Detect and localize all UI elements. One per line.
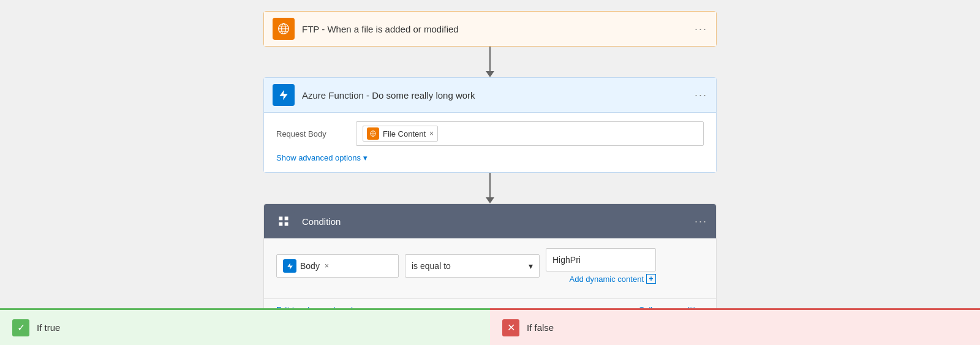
file-content-tag-icon [367, 127, 379, 140]
ftp-icon [273, 18, 295, 40]
condition-header: Condition ··· [264, 204, 716, 238]
checkmark-icon: ✓ [17, 322, 25, 333]
request-body-label: Request Body [276, 129, 356, 138]
azure-card-title: Azure Function - Do some really long wor… [302, 90, 695, 100]
ftp-more-button[interactable]: ··· [695, 23, 707, 36]
file-content-tag: File Content × [363, 126, 438, 142]
ftp-card: FTP - When a file is added or modified ·… [263, 11, 717, 47]
condition-value-wrapper: HighPri Add dynamic content + [546, 248, 656, 284]
if-false-panel: ✕ If false [490, 308, 980, 345]
body-tag-close[interactable]: × [325, 262, 329, 270]
show-advanced-chevron: ▾ [363, 153, 368, 162]
canvas: FTP - When a file is added or modified ·… [0, 0, 980, 345]
svg-rect-12 [285, 222, 288, 226]
condition-operator-select[interactable]: is equal to ▾ [405, 254, 540, 278]
body-tag-icon [283, 259, 296, 273]
condition-more-button[interactable]: ··· [695, 215, 707, 228]
file-content-tag-close[interactable]: × [429, 129, 434, 138]
condition-operator-label: is equal to [412, 261, 451, 271]
file-content-tag-label: File Content [383, 129, 426, 138]
request-body-row: Request Body File Content × [276, 121, 704, 146]
if-true-label: If true [37, 322, 60, 333]
azure-card-header: Azure Function - Do some really long wor… [264, 78, 716, 113]
svg-marker-5 [279, 90, 287, 100]
if-true-panel: ✓ If true [0, 308, 490, 345]
condition-icon [273, 210, 295, 232]
condition-body: Body × is equal to ▾ HighPri Add dynamic… [264, 238, 716, 299]
ftp-card-title: FTP - When a file is added or modified [302, 24, 695, 34]
azure-function-icon [273, 84, 295, 106]
ftp-card-header: FTP - When a file is added or modified ·… [264, 12, 716, 46]
condition-value-field[interactable]: HighPri [546, 248, 656, 271]
body-tag-label: Body [300, 261, 320, 271]
connector-line-2 [489, 173, 491, 197]
cross-icon: ✕ [507, 322, 515, 333]
condition-body-field[interactable]: Body × [276, 254, 399, 278]
if-false-icon: ✕ [502, 319, 519, 336]
if-false-label: If false [527, 322, 554, 333]
operator-chevron: ▾ [529, 261, 533, 271]
svg-rect-9 [279, 217, 283, 221]
show-advanced-label: Show advanced options [276, 153, 361, 162]
connector-line-1 [489, 47, 491, 71]
connector-1 [486, 47, 494, 77]
show-advanced-button[interactable]: Show advanced options ▾ [276, 153, 704, 162]
svg-rect-10 [285, 217, 288, 221]
azure-card: Azure Function - Do some really long wor… [263, 77, 717, 173]
connector-2 [486, 173, 494, 203]
add-dynamic-label: Add dynamic content [570, 275, 644, 284]
condition-card: Condition ··· Body × is equal to [263, 203, 717, 321]
bottom-panels: ✓ If true ✕ If false [0, 308, 980, 345]
condition-value-text: HighPri [552, 255, 581, 265]
svg-rect-11 [279, 222, 283, 226]
connector-arrow-1 [486, 71, 494, 77]
connector-arrow-2 [486, 197, 494, 203]
condition-title: Condition [302, 216, 695, 227]
svg-marker-13 [287, 263, 293, 270]
azure-card-body: Request Body File Content × [264, 113, 716, 172]
if-true-icon: ✓ [12, 319, 29, 336]
add-dynamic-icon: + [646, 274, 656, 284]
condition-row: Body × is equal to ▾ HighPri Add dynamic… [276, 248, 704, 284]
request-body-input[interactable]: File Content × [356, 121, 704, 146]
azure-more-button[interactable]: ··· [695, 89, 707, 102]
add-dynamic-button[interactable]: Add dynamic content + [546, 274, 656, 284]
